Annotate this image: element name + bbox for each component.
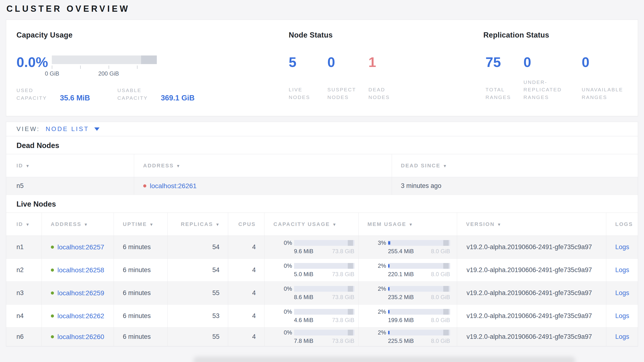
logs-link[interactable]: Logs <box>615 312 630 319</box>
live-node-uptime: 6 minutes <box>114 236 167 259</box>
live-node-address-link[interactable]: localhost:26262 <box>58 312 104 320</box>
capacity-used-value: 9.6 MiB <box>294 248 314 255</box>
live-col-capacity[interactable]: CAPACITY USAGE▼ <box>264 213 358 236</box>
live-node-address-link[interactable]: localhost:26260 <box>58 333 104 341</box>
view-selector-bar: VIEW: NODE LIST <box>6 122 638 136</box>
tick-mark <box>80 66 81 69</box>
live-status-dot-icon <box>51 291 54 295</box>
live-node-address-link[interactable]: localhost:26258 <box>58 266 104 274</box>
replication-values: 75 0 0 <box>483 55 638 69</box>
logs-link[interactable]: Logs <box>615 289 630 296</box>
live-node-mem-cell: 2% 199.6 MiB 8.0 GiB <box>358 305 457 327</box>
dead-node-dead-since: 3 minutes ago <box>392 177 638 195</box>
under-replicated-ranges-count: 0 <box>524 55 582 69</box>
dead-node-row: n5 localhost:26261 3 minutes ago <box>6 177 638 195</box>
sort-arrow-icon: ▼ <box>176 164 180 168</box>
tick-label-200gib: 200 GiB <box>98 70 119 77</box>
view-dropdown-value[interactable]: NODE LIST <box>46 125 89 133</box>
live-status-dot-icon <box>51 314 54 317</box>
node-status-title: Node Status <box>289 31 483 40</box>
mem-meter-bar <box>388 309 450 315</box>
live-col-uptime[interactable]: UPTIME▼ <box>114 213 167 236</box>
dead-node-address-link[interactable]: localhost:26261 <box>150 182 197 190</box>
live-node-address-cell: localhost:26260 <box>42 327 114 346</box>
node-status-panel: Node Status 5 0 1 LIVE NODES SUSPECT NOD… <box>289 20 483 116</box>
tick-mark <box>52 66 52 69</box>
replication-status-panel: Replication Status 75 0 0 TOTAL RANGES U… <box>483 20 638 116</box>
live-node-address-cell: localhost:26259 <box>42 282 114 305</box>
live-node-logs-cell: Logs <box>606 282 638 305</box>
capacity-used-value: 4.6 MiB <box>294 317 314 323</box>
live-node-version: v19.2.0-alpha.20190606-2491-gfe735c9a97 <box>457 259 606 282</box>
replication-status-title: Replication Status <box>483 31 638 40</box>
mem-percent-label: 3% <box>374 240 386 246</box>
capacity-total-value: 73.8 GiB <box>332 317 354 323</box>
logs-link[interactable]: Logs <box>615 333 630 340</box>
view-label: VIEW: <box>16 125 40 133</box>
dead-col-dead-since[interactable]: DEAD SINCE▼ <box>392 154 638 177</box>
sort-arrow-icon: ▼ <box>409 222 413 227</box>
used-capacity-group: USED CAPACITY 35.6 MiB <box>16 87 90 102</box>
sort-arrow-icon: ▼ <box>443 164 447 168</box>
total-ranges-label: TOTAL RANGES <box>486 86 519 101</box>
usable-capacity-label: USABLE CAPACITY <box>118 87 158 102</box>
mem-total-value: 8.0 GiB <box>431 338 450 344</box>
dead-nodes-heading: Dead Nodes <box>16 141 638 150</box>
sort-arrow-icon: ▼ <box>216 222 220 227</box>
replication-labels: TOTAL RANGES UNDER-REPLICATED RANGES UNA… <box>483 79 638 101</box>
mem-meter-fill <box>388 241 390 245</box>
live-col-address[interactable]: ADDRESS▼ <box>42 213 114 236</box>
capacity-gauge-tick-labels: 0 GiB 200 GiB <box>52 70 157 77</box>
total-ranges-count: 75 <box>486 55 524 69</box>
live-node-replicas: 55 <box>167 282 228 305</box>
logs-link[interactable]: Logs <box>615 266 630 274</box>
node-status-values: 5 0 1 <box>289 55 483 69</box>
mem-meter-fill <box>388 331 390 334</box>
live-node-logs-cell: Logs <box>606 259 638 282</box>
live-node-version: v19.2.0-alpha.20190606-2491-gfe735c9a97 <box>457 327 606 346</box>
live-col-replicas[interactable]: REPLICAS▼ <box>167 213 228 236</box>
live-node-cpus: 4 <box>228 305 264 327</box>
dead-node-address-cell: localhost:26261 <box>134 177 392 195</box>
live-node-capacity-cell: 0% 4.6 MiB 73.8 GiB <box>264 305 358 327</box>
capacity-gauge-bar-block: 0 GiB 200 GiB <box>52 55 157 77</box>
capacity-meter-marker <box>348 286 353 292</box>
mem-percent-label: 2% <box>374 285 386 292</box>
live-col-mem[interactable]: MEM USAGE▼ <box>358 213 457 236</box>
dead-nodes-header-row: ID▼ ADDRESS▼ DEAD SINCE▼ <box>6 154 638 177</box>
chevron-down-icon <box>94 127 100 131</box>
usable-capacity-value: 369.1 GiB <box>161 94 194 102</box>
capacity-gauge: 0.0% 0 GiB 200 GiB <box>16 55 289 77</box>
capacity-meter-bar <box>294 286 354 292</box>
live-node-capacity-cell: 0% 9.6 MiB 73.8 GiB <box>264 236 358 259</box>
live-col-id[interactable]: ID▼ <box>6 213 42 236</box>
dead-node-id: n5 <box>6 177 134 195</box>
live-nodes-label: LIVE NODES <box>289 86 324 101</box>
live-node-logs-cell: Logs <box>606 305 638 327</box>
capacity-usage-title: Capacity Usage <box>16 31 289 40</box>
live-node-uptime: 6 minutes <box>114 259 167 282</box>
live-node-cpus: 4 <box>228 327 264 346</box>
live-nodes-heading: Live Nodes <box>16 200 638 209</box>
live-node-replicas: 54 <box>167 236 228 259</box>
logs-link[interactable]: Logs <box>615 243 630 251</box>
live-col-version[interactable]: VERSION▼ <box>457 213 606 236</box>
capacity-total-value: 73.8 GiB <box>332 271 354 278</box>
live-nodes-table: ID▼ ADDRESS▼ UPTIME▼ REPLICAS▼ CPUS CAPA… <box>6 213 638 346</box>
live-node-cpus: 4 <box>228 259 264 282</box>
mem-total-value: 8.0 GiB <box>431 317 450 323</box>
mem-used-value: 220.1 MiB <box>388 271 414 278</box>
mem-used-value: 225.5 MiB <box>388 338 414 344</box>
capacity-percent-label: 0% <box>280 308 292 315</box>
bottom-shadow <box>193 357 575 362</box>
dead-col-id[interactable]: ID▼ <box>6 154 134 177</box>
tick-mark <box>108 66 109 69</box>
live-node-logs-cell: Logs <box>606 327 638 346</box>
live-node-version: v19.2.0-alpha.20190606-2491-gfe735c9a97 <box>457 282 606 305</box>
live-node-address-cell: localhost:26257 <box>42 236 114 259</box>
dead-col-address[interactable]: ADDRESS▼ <box>134 154 392 177</box>
live-node-address-link[interactable]: localhost:26257 <box>58 243 104 251</box>
view-dropdown[interactable]: NODE LIST <box>46 125 100 133</box>
used-capacity-value: 35.6 MiB <box>60 94 90 102</box>
live-node-address-link[interactable]: localhost:26259 <box>58 289 104 297</box>
